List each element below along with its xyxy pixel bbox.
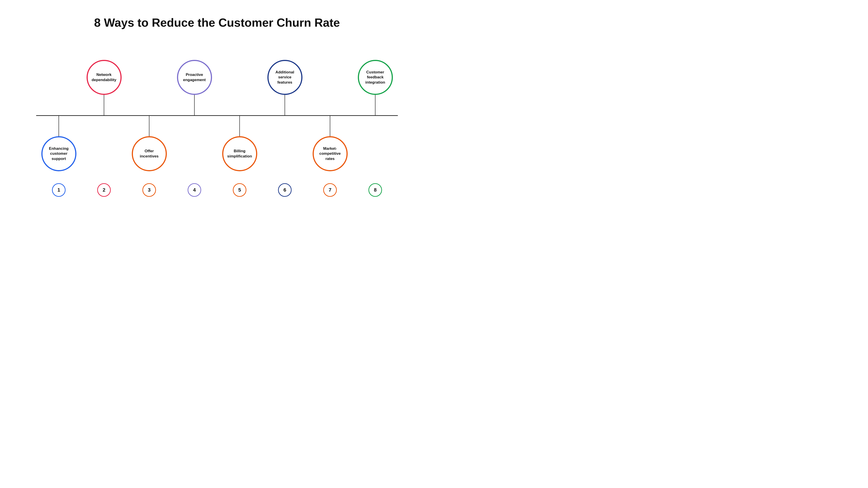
number-badge-7: 7 (323, 183, 337, 197)
bubble-2: Network dependability (87, 60, 122, 95)
num-col-7: 7 (307, 183, 352, 197)
bottom-slot-8 (352, 116, 398, 179)
num-col-2: 2 (81, 183, 127, 197)
stem-3 (149, 116, 149, 136)
bubble-3: Offer incentives (132, 136, 167, 171)
top-slot-3 (127, 43, 172, 115)
number-badge-1: 1 (52, 183, 66, 197)
bottom-row: Enhancing customer supportOffer incentiv… (36, 116, 398, 179)
bottom-slot-3: Offer incentives (127, 116, 172, 179)
num-col-3: 3 (127, 183, 172, 197)
chart-wrapper: Network dependabilityProactive engagemen… (36, 43, 398, 197)
number-badge-5: 5 (233, 183, 246, 197)
bubble-6: Additional service features (268, 60, 303, 95)
num-col-1: 1 (36, 183, 81, 197)
top-slot-8: Customer feedback integration (352, 43, 398, 115)
stem-8 (375, 95, 375, 115)
top-slot-2: Network dependability (81, 43, 127, 115)
number-badge-8: 8 (368, 183, 382, 197)
top-row: Network dependabilityProactive engagemen… (36, 43, 398, 115)
bottom-slot-4 (172, 116, 217, 179)
number-badge-3: 3 (143, 183, 156, 197)
top-slot-5 (217, 43, 262, 115)
chart-area: Network dependabilityProactive engagemen… (0, 43, 434, 244)
bubble-8: Customer feedback integration (358, 60, 393, 95)
stem-1 (59, 116, 59, 136)
bubble-4: Proactive engagement (177, 60, 212, 95)
top-slot-1 (36, 43, 81, 115)
bubble-1: Enhancing customer support (41, 136, 76, 171)
bottom-slot-2 (81, 116, 127, 179)
num-col-5: 5 (217, 183, 262, 197)
stem-2 (104, 95, 104, 115)
stem-4 (194, 95, 195, 115)
stem-6 (285, 95, 285, 115)
bottom-slot-6 (262, 116, 307, 179)
stem-7 (330, 116, 330, 136)
bottom-slot-1: Enhancing customer support (36, 116, 81, 179)
bubble-7: Market-competitive rates (313, 136, 348, 171)
bottom-slot-5: Billing simplification (217, 116, 262, 179)
number-badge-4: 4 (188, 183, 201, 197)
number-badge-6: 6 (278, 183, 291, 197)
num-col-8: 8 (352, 183, 398, 197)
top-slot-7 (307, 43, 352, 115)
number-badge-2: 2 (97, 183, 111, 197)
num-col-6: 6 (262, 183, 307, 197)
bubble-5: Billing simplification (222, 136, 257, 171)
top-slot-4: Proactive engagement (172, 43, 217, 115)
num-col-4: 4 (172, 183, 217, 197)
page-title: 8 Ways to Reduce the Customer Churn Rate (94, 16, 340, 29)
stem-5 (239, 116, 240, 136)
numbers-row: 12345678 (36, 183, 398, 197)
bottom-slot-7: Market-competitive rates (307, 116, 352, 179)
top-slot-6: Additional service features (262, 43, 307, 115)
